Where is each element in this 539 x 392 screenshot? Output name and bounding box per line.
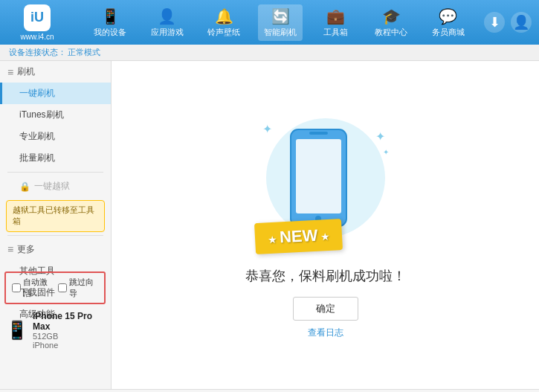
device-storage: 512GB bbox=[33, 332, 104, 341]
nav-label-ringtones: 铃声壁纸 bbox=[207, 27, 240, 38]
success-message: 恭喜您，保料刷机成功啦！ bbox=[245, 267, 406, 285]
device-phone-icon: 📱 bbox=[6, 320, 28, 341]
more-section-label: 更多 bbox=[17, 243, 35, 256]
nav-label-business: 务员商城 bbox=[432, 27, 465, 38]
tutorial-icon: 🎓 bbox=[382, 7, 401, 25]
nav-label-toolbox: 工具箱 bbox=[323, 27, 348, 38]
device-info: 📱 iPhone 15 Pro Max 512GB iPhone bbox=[0, 307, 110, 353]
main-content: ≡ 刷机 一键刷机 iTunes刷机 专业刷机 批量刷机 🔒 一键越狱 越狱工具… bbox=[0, 61, 539, 389]
nav-item-tutorial[interactable]: 🎓 教程中心 bbox=[369, 4, 413, 41]
svg-rect-2 bbox=[309, 132, 328, 135]
sidebar-more-section[interactable]: ≡ 更多 bbox=[0, 239, 111, 260]
toolbox-icon: 💼 bbox=[326, 7, 345, 25]
auto-guide-label[interactable]: 跳过向导 bbox=[58, 277, 98, 299]
confirm-button[interactable]: 确定 bbox=[293, 297, 358, 321]
nav-item-my-device[interactable]: 📱 我的设备 bbox=[88, 4, 132, 41]
nav-label-smart-flash: 智能刷机 bbox=[264, 27, 297, 38]
breadcrumb-label: 设备连接状态： bbox=[9, 47, 66, 58]
log-link[interactable]: 查看日志 bbox=[308, 327, 343, 339]
flash-section-icon: ≡ bbox=[7, 66, 13, 78]
nav-item-toolbox[interactable]: 💼 工具箱 bbox=[315, 4, 357, 41]
nav-label-tutorial: 教程中心 bbox=[375, 27, 407, 38]
logo-area: iU www.i4.cn bbox=[7, 4, 67, 41]
new-badge: NEW bbox=[254, 219, 342, 254]
breadcrumb: 设备连接状态： 正常模式 bbox=[0, 45, 539, 61]
itunes-flash-label: iTunes刷机 bbox=[19, 109, 64, 120]
header: iU www.i4.cn 📱 我的设备 👤 应用游戏 🔔 铃声壁纸 🔄 智能刷机… bbox=[0, 0, 539, 45]
sidebar: ≡ 刷机 一键刷机 iTunes刷机 专业刷机 批量刷机 🔒 一键越狱 越狱工具… bbox=[0, 61, 112, 389]
download-icon[interactable]: ⬇ bbox=[484, 12, 505, 33]
nav-item-ringtones[interactable]: 🔔 铃声壁纸 bbox=[201, 4, 246, 41]
pro-flash-label: 专业刷机 bbox=[19, 131, 55, 141]
disabled-label: 一键越狱 bbox=[34, 180, 70, 193]
smart-flash-icon: 🔄 bbox=[271, 7, 290, 25]
device-type: iPhone bbox=[33, 341, 104, 350]
nav-item-business[interactable]: 💬 务员商城 bbox=[426, 4, 471, 41]
my-device-icon: 📱 bbox=[101, 7, 120, 25]
one-click-flash-label: 一键刷机 bbox=[19, 88, 55, 98]
nav-item-apps[interactable]: 👤 应用游戏 bbox=[145, 4, 190, 41]
svg-rect-1 bbox=[296, 139, 341, 213]
user-icon[interactable]: 👤 bbox=[511, 12, 532, 33]
sidebar-item-itunes-flash[interactable]: iTunes刷机 bbox=[0, 104, 111, 126]
sidebar-item-pro-flash[interactable]: 专业刷机 bbox=[0, 126, 111, 147]
nav-label-apps: 应用游戏 bbox=[151, 27, 184, 38]
breadcrumb-status: 正常模式 bbox=[68, 47, 100, 58]
sidebar-item-batch-flash[interactable]: 批量刷机 bbox=[0, 147, 111, 169]
logo-text: iU bbox=[30, 10, 44, 25]
warning-text: 越狱工具已转移至工具箱 bbox=[13, 205, 94, 225]
nav-label-my-device: 我的设备 bbox=[94, 27, 126, 38]
auto-activate-label[interactable]: 自动激活 bbox=[12, 277, 52, 299]
sparkle-2: ✦ bbox=[375, 129, 385, 144]
logo-icon: iU bbox=[24, 4, 51, 31]
device-name: iPhone 15 Pro Max bbox=[33, 311, 104, 332]
sidebar-divider-2 bbox=[7, 235, 103, 236]
auto-activate-checkbox[interactable] bbox=[12, 283, 21, 292]
nav-bar: 📱 我的设备 👤 应用游戏 🔔 铃声壁纸 🔄 智能刷机 💼 工具箱 🎓 教程中心… bbox=[82, 4, 477, 41]
sidebar-warning: 越狱工具已转移至工具箱 bbox=[6, 200, 105, 232]
sparkle-1: ✦ bbox=[262, 122, 272, 136]
business-icon: 💬 bbox=[439, 7, 457, 25]
sparkle-3: ✦ bbox=[383, 148, 389, 156]
auto-guide-checkbox[interactable] bbox=[58, 283, 67, 292]
nav-item-smart-flash[interactable]: 🔄 智能刷机 bbox=[258, 4, 303, 41]
sidebar-divider-1 bbox=[7, 172, 103, 173]
sidebar-flash-section[interactable]: ≡ 刷机 bbox=[0, 61, 111, 83]
logo-url: www.i4.cn bbox=[20, 33, 54, 41]
content-area: ✦ ✦ ✦ NEW 恭喜您，保料刷机成功啦！ 确定 查看日志 bbox=[112, 61, 539, 389]
more-section-icon: ≡ bbox=[7, 243, 13, 255]
device-details: iPhone 15 Pro Max 512GB iPhone bbox=[33, 311, 104, 350]
ringtones-icon: 🔔 bbox=[215, 7, 233, 25]
header-right: ⬇ 👤 bbox=[484, 12, 532, 33]
phone-svg bbox=[287, 126, 350, 230]
lock-icon: 🔒 bbox=[19, 181, 30, 192]
apps-icon: 👤 bbox=[158, 7, 176, 25]
auto-options-panel: 自动激活 跳过向导 bbox=[4, 271, 106, 304]
footer: 阻止iTunes运行 V7.98.66 客服 微信公众号 检查更新 bbox=[0, 389, 539, 392]
flash-section-label: 刷机 bbox=[17, 65, 35, 78]
success-illustration: ✦ ✦ ✦ NEW bbox=[259, 111, 393, 260]
batch-flash-label: 批量刷机 bbox=[19, 152, 55, 163]
sidebar-item-one-click-flash[interactable]: 一键刷机 bbox=[0, 83, 111, 104]
sidebar-item-jailbreak-disabled: 🔒 一键越狱 bbox=[0, 176, 111, 197]
